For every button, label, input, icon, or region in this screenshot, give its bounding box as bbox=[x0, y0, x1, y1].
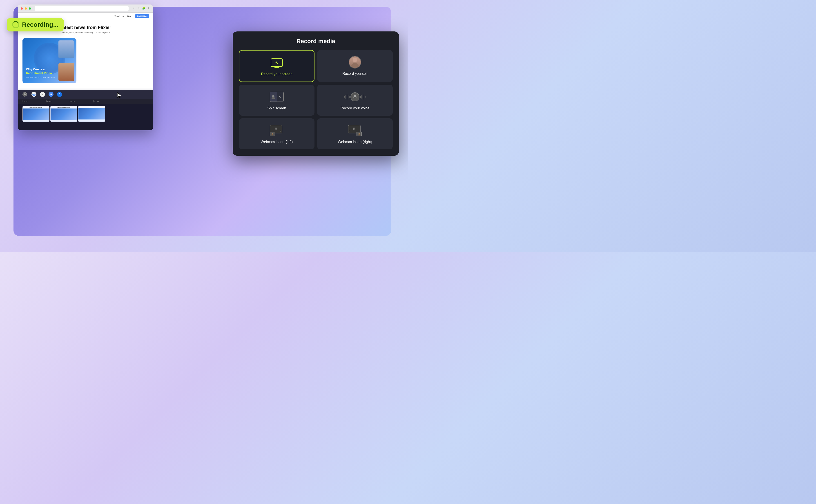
timeline-ruler: |00:00 |00:01 |00:02 |00:03 bbox=[18, 99, 153, 104]
thumb-2-header: Latest news from Flixier bbox=[51, 106, 77, 108]
thumb-3-header: Latest news bbox=[78, 106, 105, 108]
record-voice-item[interactable]: Record your voice bbox=[317, 85, 393, 116]
webcam-insert-right-label: Webcam insert (right) bbox=[338, 140, 372, 144]
timeline-thumbnails: Latest news from Flixier Latest news fro… bbox=[18, 104, 153, 124]
timeline-thumb-1[interactable]: Latest news from Flixier bbox=[22, 106, 49, 122]
thumb-1-content bbox=[23, 108, 49, 120]
browser-maximize-dot[interactable] bbox=[29, 7, 31, 10]
browser-extension-icon[interactable]: 🧩 bbox=[142, 7, 145, 10]
timeline-icons: M G C bbox=[31, 92, 62, 97]
recording-spinner-icon bbox=[12, 21, 19, 28]
record-grid: ↖ Record your screen bbox=[239, 50, 393, 149]
webcam-insert-right-icon: 🖥 ↖ bbox=[347, 124, 363, 137]
split-screen-item[interactable]: ↖ Split screen bbox=[239, 85, 315, 116]
svg-point-12 bbox=[272, 133, 273, 134]
blog-card-subtitle: The Best Tips, Tools, and Examples bbox=[26, 76, 55, 79]
svg-point-7 bbox=[272, 95, 275, 97]
timeline-record-button[interactable] bbox=[22, 92, 27, 97]
browser-download-icon[interactable]: ⬇ bbox=[147, 7, 150, 10]
svg-point-1 bbox=[33, 94, 35, 95]
recording-badge-text: Recording... bbox=[22, 21, 58, 28]
record-yourself-label: Record yourself bbox=[342, 72, 368, 76]
browser-share-icon[interactable]: ⬆ bbox=[132, 7, 135, 10]
record-yourself-item[interactable]: Record yourself bbox=[317, 50, 393, 82]
timeline-mark-2: |00:02 bbox=[70, 100, 75, 102]
nav-templates-link[interactable]: Templates bbox=[114, 15, 124, 17]
browser-nav-icons: ⬆ ☆ 🧩 ⬇ bbox=[132, 7, 150, 10]
webcam-insert-left-label: Webcam insert (left) bbox=[261, 140, 293, 144]
timeline-thumb-2[interactable]: Latest news from Flixier bbox=[50, 106, 77, 122]
browser-timeline-area: M G C |00:00 |00:01 |00:02 |00:03 Latest… bbox=[18, 90, 153, 130]
browser-close-dot[interactable] bbox=[21, 7, 23, 10]
svg-rect-9 bbox=[354, 95, 356, 97]
record-voice-icon bbox=[347, 90, 363, 104]
browser-address-bar[interactable] bbox=[35, 6, 128, 11]
webcam-insert-right-item[interactable]: 🖥 ↖ Webcam insert (right) bbox=[317, 118, 393, 149]
record-yourself-icon bbox=[347, 55, 363, 69]
microphone-circle bbox=[350, 92, 359, 101]
split-screen-label: Split screen bbox=[267, 106, 286, 110]
record-screen-label: Record your screen bbox=[261, 72, 293, 76]
svg-point-13 bbox=[271, 134, 274, 135]
browser-minimize-dot[interactable] bbox=[25, 7, 27, 10]
thumb-3-content bbox=[78, 108, 105, 119]
timeline-top-bar: M G C bbox=[18, 90, 153, 99]
thumb-2-content bbox=[51, 108, 77, 120]
svg-point-14 bbox=[359, 133, 360, 134]
chrome-icon bbox=[31, 92, 36, 97]
record-media-panel: Record media ↖ Record your screen bbox=[233, 31, 399, 156]
thumb-1-header: Latest news from Flixier bbox=[23, 106, 49, 108]
timeline-mark-1: |00:01 bbox=[46, 100, 52, 102]
record-screen-item[interactable]: ↖ Record your screen bbox=[239, 50, 315, 82]
browser-bookmark-icon[interactable]: ☆ bbox=[137, 7, 140, 10]
webcam-person-avatar bbox=[349, 56, 361, 68]
meet-icon: C bbox=[57, 92, 62, 97]
browser-toolbar: ⬆ ☆ 🧩 ⬇ bbox=[18, 4, 153, 13]
timeline-mark-3: |00:03 bbox=[93, 100, 99, 102]
webcam-insert-left-item[interactable]: 🖥 ↖ Webcam insert (left) bbox=[239, 118, 315, 149]
nav-start-editing-button[interactable]: Start Editing bbox=[135, 14, 149, 18]
main-scene: ⬆ ☆ 🧩 ⬇ Templates Blog Start Editing Lat… bbox=[0, 0, 408, 252]
svg-point-6 bbox=[351, 63, 359, 67]
gmail-icon: M bbox=[40, 92, 45, 97]
recording-badge: Recording... bbox=[7, 18, 64, 31]
record-voice-label: Record your voice bbox=[341, 106, 370, 110]
record-screen-icon: ↖ bbox=[269, 56, 285, 69]
split-screen-icon: ↖ bbox=[269, 90, 285, 104]
blog-main-card[interactable]: Why Create a Recruitment Video The Best … bbox=[22, 38, 76, 83]
blog-card-title: Why Create a Recruitment Video bbox=[26, 68, 55, 75]
browser-page-subtext: Tutorials, ideas, and video marketing ti… bbox=[22, 31, 148, 34]
nav-blog-link[interactable]: Blog bbox=[127, 15, 131, 17]
blog-card-area: Why Create a Recruitment Video The Best … bbox=[22, 38, 148, 83]
cursor-icon: ↖ bbox=[275, 60, 279, 65]
svg-point-8 bbox=[272, 97, 275, 99]
svg-point-15 bbox=[358, 134, 360, 135]
card-photo-top bbox=[58, 40, 74, 58]
card-photo-bottom bbox=[58, 63, 74, 81]
timeline-record-inner bbox=[24, 93, 26, 95]
webcam-insert-left-icon: 🖥 ↖ bbox=[269, 124, 285, 137]
svg-point-5 bbox=[353, 58, 357, 62]
blog-card-title-highlight: Recruitment Video bbox=[26, 71, 52, 75]
timeline-thumb-3[interactable]: Latest news bbox=[78, 106, 105, 122]
timeline-mark-0: |00:00 bbox=[22, 100, 28, 102]
docs-icon: G bbox=[49, 92, 53, 97]
blog-card-text: Why Create a Recruitment Video The Best … bbox=[26, 68, 55, 79]
record-panel-title: Record media bbox=[239, 38, 393, 45]
